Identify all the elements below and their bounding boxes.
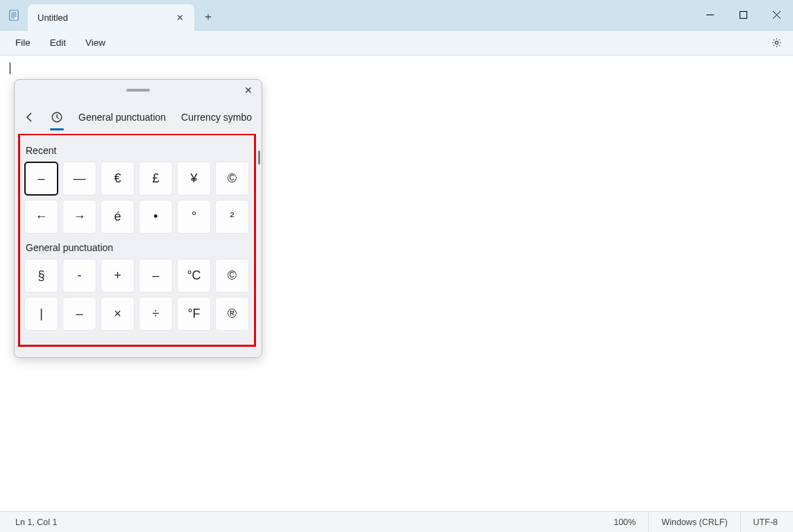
symbol-registered[interactable]: ® [215, 297, 249, 331]
section-label-recent: Recent [15, 137, 262, 162]
symbol-yen[interactable]: ¥ [177, 162, 211, 196]
symbol-panel: ✕ General punctuation Currency symbo Rec… [14, 79, 262, 358]
menu-file[interactable]: File [7, 35, 39, 51]
svg-rect-1 [740, 12, 747, 19]
maximize-button[interactable] [726, 0, 760, 30]
symbol-left-arrow[interactable]: ← [24, 200, 58, 234]
settings-button[interactable] [764, 31, 789, 55]
tab-title: Untitled [37, 12, 172, 23]
status-zoom[interactable]: 100% [601, 512, 649, 532]
svg-point-2 [775, 41, 778, 44]
tab-recent[interactable] [51, 111, 63, 123]
symbol-hyphen[interactable]: - [62, 259, 96, 293]
back-arrow-icon[interactable] [24, 112, 35, 123]
drag-handle[interactable] [126, 89, 150, 92]
menu-edit[interactable]: Edit [42, 35, 74, 51]
text-cursor [10, 62, 10, 74]
close-button[interactable] [760, 0, 793, 30]
symbol-multiply[interactable]: × [101, 297, 135, 331]
symbol-bullet[interactable]: • [139, 200, 173, 234]
symbol-copyright[interactable]: © [215, 162, 249, 196]
symbol-euro[interactable]: € [101, 162, 135, 196]
symbol-fahrenheit[interactable]: °F [177, 297, 211, 331]
symbol-en-dash[interactable]: – [24, 162, 58, 196]
symbol-copyright-2[interactable]: © [215, 259, 249, 293]
minimize-button[interactable] [693, 0, 726, 30]
panel-tabs: General punctuation Currency symbo [15, 101, 262, 134]
section-label-general: General punctuation [15, 234, 262, 259]
symbol-e-acute[interactable]: é [101, 200, 135, 234]
tab-general-punctuation[interactable]: General punctuation [78, 112, 166, 123]
symbol-celsius[interactable]: °C [177, 259, 211, 293]
panel-close-icon[interactable]: ✕ [239, 83, 257, 98]
status-position: Ln 1, Col 1 [3, 512, 69, 532]
general-symbols-grid: § - + – °C © | – × ÷ °F ® [15, 259, 262, 331]
tab-untitled[interactable]: Untitled ✕ [28, 4, 194, 31]
symbol-pipe[interactable]: | [24, 297, 58, 331]
titlebar: Untitled ✕ ＋ [0, 0, 793, 31]
symbol-minus[interactable]: – [62, 297, 96, 331]
symbol-en-dash-2[interactable]: – [139, 259, 173, 293]
window-controls [693, 0, 793, 30]
status-encoding[interactable]: UTF-8 [741, 512, 790, 532]
panel-header[interactable]: ✕ [15, 80, 262, 101]
tab-close-icon[interactable]: ✕ [172, 10, 187, 25]
symbol-em-dash[interactable]: — [62, 162, 96, 196]
menubar: File Edit View [0, 31, 793, 55]
symbol-superscript-2[interactable]: ² [215, 200, 249, 234]
symbol-section[interactable]: § [24, 259, 58, 293]
symbol-right-arrow[interactable]: → [62, 200, 96, 234]
recent-symbols-grid: – — € £ ¥ © ← → é • ° ² [15, 162, 262, 234]
app-icon [0, 0, 28, 30]
tab-currency-symbols[interactable]: Currency symbo [181, 112, 252, 123]
symbol-plus[interactable]: + [101, 259, 135, 293]
symbol-pound[interactable]: £ [139, 162, 173, 196]
symbol-divide[interactable]: ÷ [139, 297, 173, 331]
scrollbar[interactable] [258, 151, 260, 164]
panel-body: Recent – — € £ ¥ © ← → é • ° ² General p… [15, 134, 262, 357]
status-line-ending[interactable]: Windows (CRLF) [649, 512, 740, 532]
symbol-degree[interactable]: ° [177, 200, 211, 234]
menu-view[interactable]: View [77, 35, 114, 51]
statusbar: Ln 1, Col 1 100% Windows (CRLF) UTF-8 [0, 511, 793, 532]
new-tab-button[interactable]: ＋ [194, 4, 222, 30]
